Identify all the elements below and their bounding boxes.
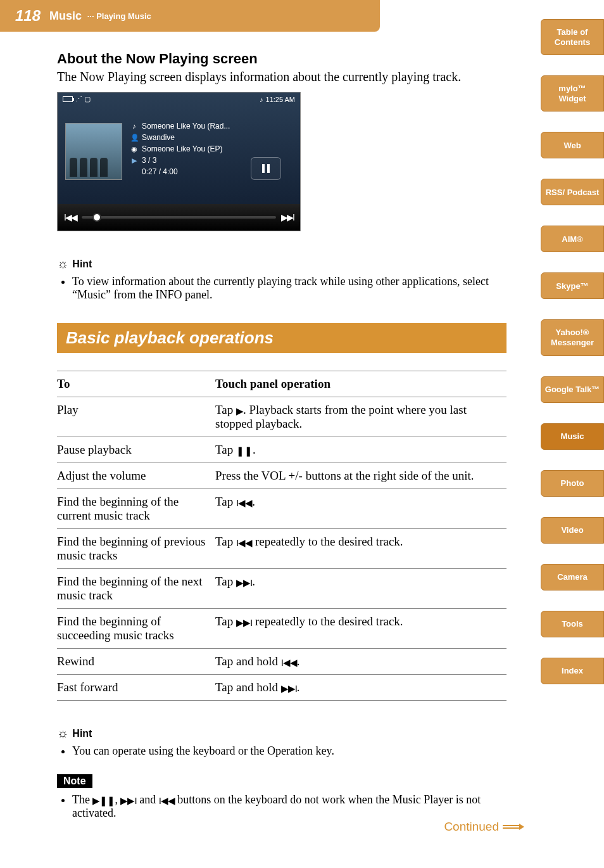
- table-row: PlayTap ▶. Playback starts from the poin…: [57, 397, 506, 437]
- about-intro: The Now Playing screen displays informat…: [57, 70, 506, 84]
- next-icon: ▶▶I: [236, 617, 252, 629]
- hint-item: To view information about the currently …: [72, 275, 506, 302]
- table-op-cell: Tap ▶▶I repeatedly to the desired track.: [215, 609, 506, 649]
- table-to-cell: Play: [57, 397, 215, 437]
- note-label: Note: [57, 774, 92, 788]
- prevbold-icon: I◀◀: [281, 657, 297, 668]
- track-position: 3 / 3: [142, 156, 156, 165]
- nav-index[interactable]: Index: [541, 658, 604, 684]
- table-op-cell: Tap and hold ▶▶I.: [215, 675, 506, 701]
- next-track-button[interactable]: ▶▶I: [281, 212, 294, 222]
- table-op-cell: Press the VOL +/- buttons at the right s…: [215, 463, 506, 489]
- battery-icon: [63, 96, 73, 102]
- header-subsection: ··· Playing Music: [85, 11, 151, 21]
- continued-arrow-icon: [503, 824, 522, 829]
- table-to-cell: Fast forward: [57, 675, 215, 701]
- hint-icon: ☼: [57, 726, 68, 741]
- prev-icon: I◀◀: [236, 497, 252, 509]
- table-to-cell: Rewind: [57, 649, 215, 675]
- nav-tools[interactable]: Tools: [541, 611, 604, 637]
- artist-icon: 👤: [130, 134, 138, 142]
- nav-yahoo[interactable]: Yahoo!® Messenger: [541, 319, 604, 355]
- track-title-icon: ♪: [130, 122, 138, 130]
- table-to-cell: Adjust the volume: [57, 463, 215, 489]
- status-bar: ⋰ ▢ 11:25 AM: [58, 93, 300, 106]
- wifi-icon: ⋰: [75, 95, 82, 103]
- playing-icon: ▶: [130, 156, 138, 165]
- next-icon: ▶▶I: [236, 577, 252, 589]
- table-op-cell: Tap ▶▶I.: [215, 569, 506, 609]
- nav-aim[interactable]: AIM®: [541, 226, 604, 252]
- nav-toc[interactable]: Table of Contents: [541, 19, 604, 55]
- note-list: The ▶❚❚, ▶▶I and I◀◀ buttons on the keyb…: [57, 793, 506, 820]
- table-op-cell: Tap and hold I◀◀.: [215, 649, 506, 675]
- window-icon: ▢: [84, 95, 91, 103]
- table-to-cell: Find the beginning of previous music tra…: [57, 529, 215, 569]
- table-op-cell: Tap ▶. Playback starts from the point wh…: [215, 397, 506, 437]
- track-info: ♪Someone Like You (Rad... 👤Swandive ◉Som…: [130, 122, 230, 179]
- table-op-cell: Tap I◀◀ repeatedly to the desired track.: [215, 529, 506, 569]
- nav-photo[interactable]: Photo: [541, 470, 604, 497]
- album-art: [65, 123, 122, 180]
- table-to-cell: Pause playback: [57, 437, 215, 463]
- pause-button[interactable]: [251, 157, 281, 180]
- table-op-cell: Tap I◀◀.: [215, 489, 506, 529]
- progress-bar[interactable]: [82, 216, 276, 219]
- hint-list: To view information about the currently …: [57, 275, 506, 302]
- note-item: The ▶❚❚, ▶▶I and I◀◀ buttons on the keyb…: [72, 793, 506, 820]
- page-number: 118: [0, 7, 49, 25]
- track-album: Someone Like You (EP): [142, 144, 222, 153]
- play-icon: ▶: [236, 405, 243, 417]
- track-title: Someone Like You (Rad...: [142, 122, 230, 131]
- nav-web[interactable]: Web: [541, 132, 604, 158]
- sidebar-nav: Table of Contents mylo™ Widget Web RSS/ …: [541, 19, 604, 705]
- track-time: 0:27 / 4:00: [142, 167, 178, 176]
- table-to-cell: Find the beginning of succeeding music t…: [57, 609, 215, 649]
- hint-label: Hint: [72, 258, 92, 270]
- page-header: 118 Music ··· Playing Music: [0, 0, 380, 32]
- progress-thumb[interactable]: [92, 213, 101, 222]
- prev-icon: I◀◀: [159, 795, 175, 807]
- hint-list-2: You can operate using the keyboard or th…: [57, 744, 506, 758]
- continued-label: Continued: [444, 820, 499, 834]
- nav-google-talk[interactable]: Google Talk™: [541, 376, 604, 403]
- nav-camera[interactable]: Camera: [541, 564, 604, 590]
- prev-track-button[interactable]: I◀◀: [64, 212, 77, 222]
- prevbold-icon: I◀◀: [236, 537, 252, 549]
- table-op-cell: Tap ❚❚.: [215, 437, 506, 463]
- nav-rss[interactable]: RSS/ Podcast: [541, 179, 604, 205]
- status-time: 11:25 AM: [266, 96, 295, 103]
- next-icon: ▶▶I: [281, 683, 297, 694]
- table-row: Adjust the volumePress the VOL +/- butto…: [57, 463, 506, 489]
- table-row: Fast forwardTap and hold ▶▶I.: [57, 675, 506, 701]
- hint-label: Hint: [72, 728, 92, 739]
- now-playing-screenshot: ⋰ ▢ 11:25 AM ♪Someone Like You (Rad... 👤…: [57, 92, 301, 231]
- pause-icon: ❚❚: [236, 445, 253, 457]
- album-icon: ◉: [130, 145, 138, 153]
- hint-icon: ☼: [57, 257, 68, 271]
- section-basic-playback: Basic playback operations: [57, 323, 506, 353]
- header-section: Music: [49, 10, 82, 23]
- track-artist: Swandive: [142, 133, 175, 142]
- table-row: Find the beginning of the current music …: [57, 489, 506, 529]
- nav-music[interactable]: Music: [541, 423, 604, 450]
- table-row: Find the beginning of succeeding music t…: [57, 609, 506, 649]
- main-content: About the Now Playing screen The Now Pla…: [0, 32, 525, 820]
- hint-header-2: ☼ Hint: [57, 726, 506, 741]
- table-to-cell: Find the beginning of the next music tra…: [57, 569, 215, 609]
- nav-skype[interactable]: Skype™: [541, 272, 604, 299]
- table-row: Find the beginning of the next music tra…: [57, 569, 506, 609]
- continued-indicator: Continued: [444, 820, 522, 834]
- operations-table: To Touch panel operation PlayTap ▶. Play…: [57, 371, 506, 701]
- hint-header: ☼ Hint: [57, 257, 506, 271]
- nav-mylo[interactable]: mylo™ Widget: [541, 75, 604, 112]
- nav-video[interactable]: Video: [541, 517, 604, 544]
- table-row: Pause playbackTap ❚❚.: [57, 437, 506, 463]
- table-row: Find the beginning of previous music tra…: [57, 529, 506, 569]
- play-pause-icon: ▶❚❚: [92, 795, 115, 807]
- table-to-cell: Find the beginning of the current music …: [57, 489, 215, 529]
- music-note-icon: [260, 96, 263, 103]
- about-heading: About the Now Playing screen: [57, 51, 506, 67]
- table-header-to: To: [57, 371, 215, 397]
- playback-control-bar: I◀◀ ▶▶I: [58, 204, 300, 231]
